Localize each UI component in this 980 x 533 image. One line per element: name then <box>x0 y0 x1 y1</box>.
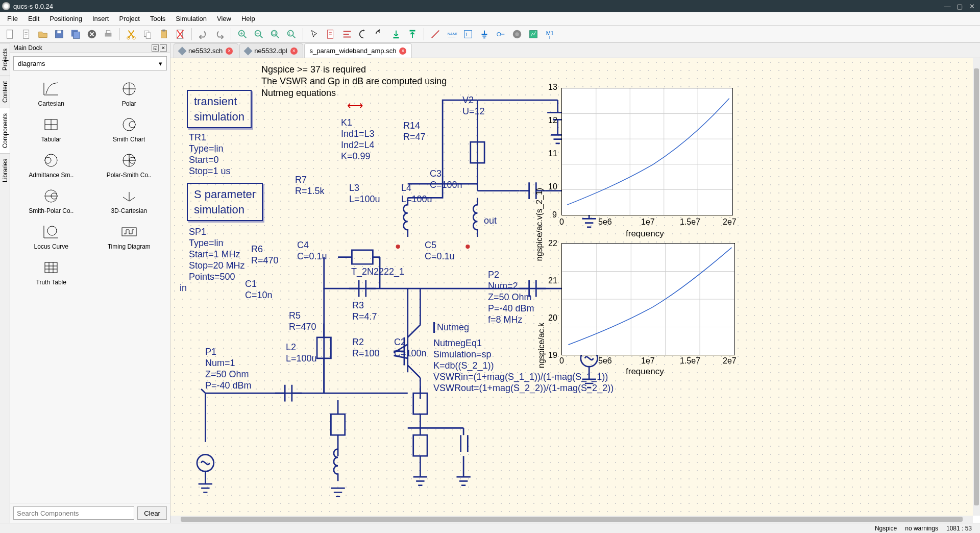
zoom-100-button[interactable]: 1 <box>284 27 299 41</box>
open-button[interactable] <box>36 27 50 41</box>
select-tool-button[interactable] <box>307 27 322 41</box>
svg-point-10 <box>133 36 136 39</box>
simulate-button[interactable] <box>510 27 524 41</box>
menu-tools[interactable]: Tools <box>145 13 170 24</box>
menu-bar: File Edit Positioning Insert Project Too… <box>0 12 980 26</box>
menu-view[interactable]: View <box>212 13 236 24</box>
sidetab-libraries[interactable]: Libraries <box>0 153 10 187</box>
plot-top[interactable] <box>561 88 733 215</box>
insert-port-button[interactable] <box>494 27 508 41</box>
svg-point-38 <box>45 157 51 163</box>
main-dock: Main Dock ◱ ✕ diagrams ▾ Cartesian Polar… <box>10 43 170 523</box>
edit-props-button[interactable] <box>324 27 338 41</box>
wire-tool-button[interactable] <box>428 27 443 41</box>
svg-rect-12 <box>146 33 151 38</box>
clear-button[interactable]: Clear <box>137 506 167 520</box>
status-bar: Ngspice no warnings 1081 : 53 <box>0 523 980 533</box>
comp-locus[interactable]: Locus Curve <box>13 220 89 253</box>
close-file-button[interactable] <box>85 27 99 41</box>
component-category-select[interactable]: diagrams ▾ <box>13 56 167 70</box>
insert-equation-button[interactable]: f <box>461 27 475 41</box>
redo-button[interactable] <box>212 27 227 41</box>
undo-button[interactable] <box>196 27 210 41</box>
svg-rect-19 <box>273 32 276 34</box>
svg-text:1: 1 <box>289 31 291 35</box>
svg-rect-13 <box>161 30 167 38</box>
component-grid: Cartesian Polar Tabular Smith Chart Admi… <box>10 74 170 503</box>
dock-float-button[interactable]: ◱ <box>152 44 159 52</box>
window-title: qucs-s 0.0.24 <box>13 3 53 10</box>
svg-point-18 <box>272 30 277 36</box>
comp-polar[interactable]: Polar <box>91 77 167 110</box>
status-coord: 1081 : 53 <box>946 525 972 532</box>
svg-rect-5 <box>73 32 80 38</box>
plot-bottom[interactable] <box>561 243 735 355</box>
menu-positioning[interactable]: Positioning <box>44 13 87 24</box>
print-button[interactable] <box>101 27 115 41</box>
menu-help[interactable]: Help <box>236 13 260 24</box>
svg-rect-45 <box>45 262 57 273</box>
search-input[interactable] <box>13 506 134 520</box>
sidetab-projects[interactable]: Projects <box>0 43 10 76</box>
menu-project[interactable]: Project <box>114 13 144 24</box>
paste-button[interactable] <box>157 27 171 41</box>
menu-edit[interactable]: Edit <box>23 13 44 24</box>
horizontal-scrollbar[interactable] <box>170 516 973 523</box>
svg-text:f: f <box>465 32 467 37</box>
comp-truth[interactable]: Truth Table <box>13 255 89 289</box>
show-results-button[interactable] <box>526 27 541 41</box>
comp-smith-polar[interactable]: Smith-Polar Co.. <box>13 184 89 217</box>
zoom-fit-button[interactable] <box>268 27 282 41</box>
svg-point-43 <box>47 226 57 235</box>
new-text-button[interactable] <box>19 27 34 41</box>
menu-file[interactable]: File <box>2 13 23 24</box>
cut-button[interactable] <box>124 27 138 41</box>
tab-close-icon[interactable]: × <box>399 47 406 55</box>
tab-ne5532-dpl[interactable]: ne5532.dpl× <box>239 43 303 58</box>
save-button[interactable] <box>52 27 66 41</box>
svg-text:NAME: NAME <box>448 31 457 36</box>
schematic-canvas[interactable]: Ngspice >= 37 is required The VSWR and G… <box>170 58 973 516</box>
rotate-button[interactable] <box>373 27 387 41</box>
tab-ne5532-sch[interactable]: ne5532.sch× <box>174 43 238 58</box>
title-bar: qucs-s 0.0.24 — ▢ ✕ <box>0 0 980 12</box>
vertical-scrollbar[interactable] <box>973 58 980 516</box>
dock-close-button[interactable]: ✕ <box>160 44 167 52</box>
popup-button[interactable] <box>405 27 420 41</box>
comp-cartesian[interactable]: Cartesian <box>13 77 89 110</box>
maximize-button[interactable]: ▢ <box>953 1 966 11</box>
zoom-out-button[interactable] <box>252 27 266 41</box>
minimize-button[interactable]: — <box>941 1 953 11</box>
zoom-in-button[interactable] <box>235 27 250 41</box>
comp-polar-smith[interactable]: Polar-Smith Co.. <box>91 148 167 182</box>
into-subcircuit-button[interactable] <box>389 27 403 41</box>
save-all-button[interactable] <box>68 27 83 41</box>
workspace: ne5532.sch× ne5532.dpl× s_param_wideband… <box>170 43 980 523</box>
menu-simulation[interactable]: Simulation <box>170 13 212 24</box>
sidetab-content[interactable]: Content <box>0 76 10 108</box>
svg-text:M1: M1 <box>546 30 554 36</box>
tab-close-icon[interactable]: × <box>226 47 233 55</box>
mirror-button[interactable] <box>356 27 371 41</box>
wire-label-button[interactable]: NAME <box>445 27 459 41</box>
svg-rect-3 <box>57 30 61 33</box>
new-file-button[interactable] <box>3 27 17 41</box>
tab-s-param[interactable]: s_param_wideband_amp.sch× <box>304 43 412 58</box>
align-button[interactable] <box>340 27 354 41</box>
app-icon <box>2 2 10 10</box>
comp-admittance[interactable]: Admittance Sm.. <box>13 148 89 182</box>
doc-icon <box>244 46 253 55</box>
marker-button[interactable]: M1 <box>543 27 557 41</box>
tab-close-icon[interactable]: × <box>290 47 298 55</box>
dock-title-bar: Main Dock ◱ ✕ <box>10 43 170 53</box>
sidetab-components[interactable]: Components <box>0 108 10 153</box>
comp-smith[interactable]: Smith Chart <box>91 112 167 146</box>
comp-timing[interactable]: Timing Diagram <box>91 220 167 253</box>
copy-button[interactable] <box>140 27 155 41</box>
insert-ground-button[interactable] <box>477 27 492 41</box>
menu-insert[interactable]: Insert <box>87 13 114 24</box>
delete-button[interactable] <box>173 27 187 41</box>
close-button[interactable]: ✕ <box>966 1 978 11</box>
comp-tabular[interactable]: Tabular <box>13 112 89 146</box>
comp-3d[interactable]: 3D-Cartesian <box>91 184 167 217</box>
